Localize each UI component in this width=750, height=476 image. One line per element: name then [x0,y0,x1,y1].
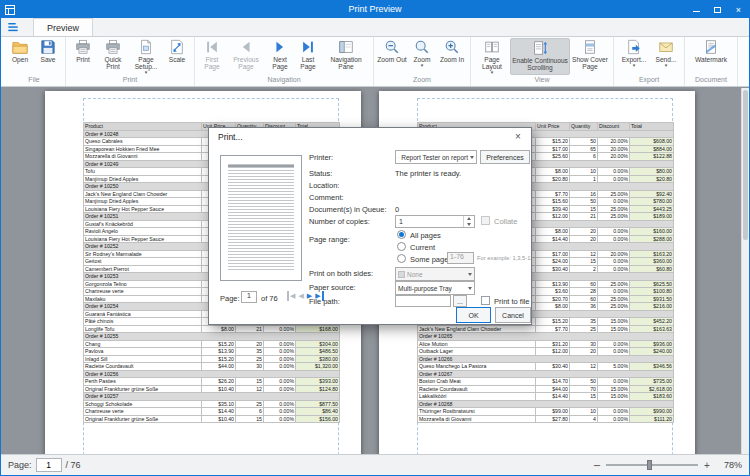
table-cell: 15 [236,415,264,423]
table-row: Longlife Tofu$8.00210.00%$168.00 [84,325,340,333]
table-cell: 21 [236,325,264,333]
close-button[interactable]: × [728,1,749,18]
table-cell: $7.70 [536,325,570,333]
window-title: Print Preview [1,1,749,18]
print-to-file-checkbox[interactable] [481,296,490,305]
scrollbar-thumb[interactable] [743,90,748,240]
table-cell: $14.40 [202,408,236,416]
status-label: Status: [309,169,332,178]
table-cell: $304.00 [296,340,340,348]
some-pages-radio[interactable] [397,254,406,263]
table-cell: 0.00% [264,378,296,386]
ribbon-button-page-setup[interactable]: Page Setup...▾ [129,38,163,75]
previous-page-icon[interactable]: ◀ [298,291,303,301]
order-group-label: Order # 10265 [418,333,674,341]
first-page-icon [204,39,220,55]
ribbon-button-continuous-scrolling[interactable]: Enable Continuous Scrolling [510,38,570,75]
table-cell: Manjimup Dried Apples [84,198,202,206]
zoom-out-icon[interactable]: − [592,460,602,471]
table-cell: $124.80 [296,385,340,393]
ribbon-button-previous-page[interactable]: Previous Page [226,38,266,75]
cancel-button[interactable]: Cancel [495,307,531,323]
table-cell: $30.40 [536,265,570,273]
ribbon-button-navigation-pane[interactable]: Navigation Pane [322,38,370,75]
ribbon-button-zoom[interactable]: Zoom▾ [407,38,437,75]
maximize-button[interactable] [707,1,728,18]
spin-arrows-icon [463,216,474,227]
file-path-input[interactable] [395,295,451,307]
table-cell: 25.00% [598,190,630,198]
ribbon-button-last-page[interactable]: Last Page [294,38,322,75]
ribbon-button-send[interactable]: Send...▾ [651,38,681,75]
chevron-down-icon [468,273,472,276]
table-cell: $27.80 [536,415,570,423]
ribbon-button-cover-page[interactable]: Show Cover Page [570,38,610,75]
all-pages-radio[interactable] [397,230,406,239]
table-cell: Chartreuse verte [84,288,202,296]
table-cell: $346.56 [630,363,674,371]
table-cell: 12 [236,385,264,393]
table-cell: 4 [570,415,598,423]
table-cell: 12 [570,363,598,371]
ribbon-button-quick-print[interactable]: Quick Print [97,38,129,75]
table-cell: Queso Manchego La Pastora [418,363,536,371]
table-cell: $10.40 [202,385,236,393]
column-header: Product [84,123,202,131]
save-icon [40,39,56,55]
paper-source-select[interactable]: Multi-purpose Tray [395,281,475,295]
ribbon-button-open-folder[interactable]: Open [6,38,34,75]
table-cell: Boston Crab Meat [418,378,536,386]
vertical-scrollbar[interactable] [741,88,749,454]
ribbon-button-export[interactable]: Export...▾ [617,38,651,75]
first-page-icon[interactable]: ◀ [287,291,295,301]
ribbon-button-watermark[interactable]: Watermark [688,38,734,75]
table-cell: $60.80 [630,265,674,273]
ok-button[interactable]: OK [456,307,491,323]
table-cell: $8.00 [536,168,570,176]
table-cell: $30.40 [536,363,570,371]
ribbon-group-print: PrintQuick PrintPage Setup...▾ScalePrint [66,37,195,86]
ribbon-button-scale[interactable]: Scale [163,38,191,75]
table-cell: Thüringer Rostbratwurst [418,408,536,416]
dropdown-arrow-icon: ▾ [633,63,636,67]
table-cell: $163.20 [630,250,674,258]
preferences-button[interactable]: Preferences [480,150,530,164]
table-cell: 15 [570,393,598,401]
printer-select[interactable]: Report Tester on report [395,150,477,164]
browse-button[interactable]: ... [453,295,467,307]
ribbon-button-page-layout[interactable]: Page Layout▾ [474,38,510,75]
zoom-slider[interactable] [606,458,698,472]
last-page-icon[interactable]: ▶ [315,291,323,301]
table-cell: 30 [236,363,264,371]
watermark-icon [703,39,719,55]
ribbon-button-label: Zoom In [437,56,467,63]
tab-preview[interactable]: Preview [33,18,93,36]
statusbar-page-input[interactable] [36,458,62,472]
ribbon-button-first-page[interactable]: First Page [198,38,226,75]
both-sides-label: Print on both sides: [309,269,373,278]
previous-page-icon [238,39,254,55]
next-page-icon[interactable]: ▶ [307,291,312,301]
table-cell: $12.00 [536,348,570,356]
dialog-page-input[interactable]: 1 [241,291,257,303]
copies-stepper[interactable]: 1 [395,215,475,228]
minimize-button[interactable] [686,1,707,18]
table-cell: $80.00 [630,168,674,176]
ribbon-menu-icon[interactable] [1,18,25,36]
dialog-close-icon[interactable]: × [505,128,531,146]
table-row: Boston Crab Meat$14.70500.00%$735.00 [418,378,674,386]
ribbon-button-save[interactable]: Save [34,38,62,75]
zoom-slider-thumb[interactable] [647,460,652,470]
continuous-scrolling-icon [532,40,548,56]
zoom-in-icon[interactable]: + [702,460,712,471]
ribbon-button-zoom-in[interactable]: Zoom In [437,38,467,75]
ribbon-group-zoom: Zoom OutZoom▾Zoom InZoom [374,37,471,86]
ribbon-button-printer[interactable]: Print [69,38,97,75]
ribbon-button-zoom-out[interactable]: Zoom Out [377,38,407,75]
ribbon-button-label: Show Cover Page [570,56,610,70]
table-cell: $13.90 [536,280,570,288]
table-cell: Gorgonzola Telino [84,280,202,288]
current-page-radio[interactable] [397,242,406,251]
table-cell: 15 [570,258,598,266]
ribbon-button-next-page[interactable]: Next Page [266,38,294,75]
